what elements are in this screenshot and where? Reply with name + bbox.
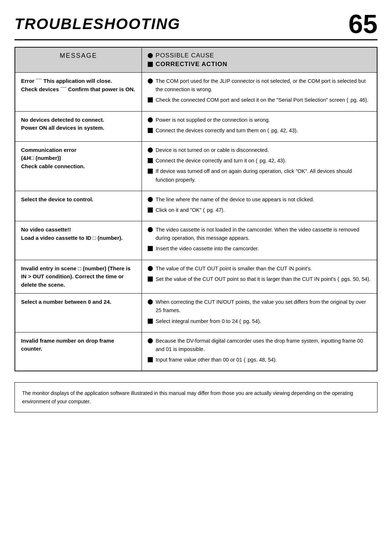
cause-action-column-header: POSSIBLE CAUSE CORRECTIVE ACTION <box>142 47 377 73</box>
action-item: The value of the CUT OUT point is smalle… <box>148 265 371 273</box>
page-title: TROUBLESHOOTING <box>15 15 180 33</box>
action-cell: The line where the name of the device to… <box>142 191 377 221</box>
action-item: When correcting the CUT IN/OUT points, t… <box>148 298 371 315</box>
square-bullet-icon <box>148 158 153 163</box>
square-bullet-icon <box>148 319 153 324</box>
message-cell: No devices detected to connect.Power ON … <box>15 111 142 141</box>
circle-bullet-icon <box>148 78 153 84</box>
action-cell: Device is not turned on or cable is disc… <box>142 141 377 191</box>
action-cell: The video cassette is not loaded in the … <box>142 221 377 260</box>
circle-bullet-icon <box>148 299 153 304</box>
message-cell: Invalid entry in scene □ (number) (There… <box>15 260 142 294</box>
action-text: Because the DV-format digital camcorder … <box>156 337 371 354</box>
action-item: The COM port used for the JLIP connector… <box>148 77 371 94</box>
possible-cause-label: POSSIBLE CAUSE <box>148 52 371 59</box>
action-item: Because the DV-format digital camcorder … <box>148 337 371 354</box>
circle-bullet-icon <box>148 227 153 232</box>
action-text: The value of the CUT OUT point is smalle… <box>156 265 371 273</box>
action-item: Check the connected COM port and select … <box>148 96 371 104</box>
square-bullet-icon <box>148 169 153 174</box>
action-item: Power is not supplied or the connection … <box>148 116 371 124</box>
action-item: Set the value of the CUT OUT point so th… <box>148 275 371 283</box>
square-bullet-icon <box>148 62 153 67</box>
square-bullet-icon <box>148 207 153 213</box>
circle-bullet-icon <box>148 266 153 271</box>
page-number: 65 <box>348 11 377 37</box>
circle-bullet-icon <box>148 197 153 202</box>
action-text: Check the connected COM port and select … <box>156 96 371 104</box>
table-row: Invalid frame number on drop frame count… <box>15 332 377 371</box>
action-cell: Because the DV-format digital camcorder … <box>142 332 377 371</box>
action-item: Device is not turned on or cable is disc… <box>148 146 371 154</box>
table-header-row: MESSAGE POSSIBLE CAUSE CORRECTIVE ACTION <box>15 47 377 73</box>
square-bullet-icon <box>148 277 153 282</box>
message-cell: Error ¯¯ This application will close.Che… <box>15 73 142 112</box>
footer-note: The monitor displays of the application … <box>15 382 377 412</box>
message-column-header: MESSAGE <box>15 47 142 73</box>
square-bullet-icon <box>148 128 153 133</box>
action-item: Input frame value other than 00 or 01 ( … <box>148 356 371 364</box>
message-cell: No video cassette!!Load a video cassette… <box>15 221 142 260</box>
action-cell: The COM port used for the JLIP connector… <box>142 73 377 112</box>
action-item: Insert the video cassette into the camco… <box>148 245 371 253</box>
action-item: Connect the devices correctly and turn t… <box>148 126 371 135</box>
action-text: The video cassette is not loaded in the … <box>156 226 371 242</box>
action-text: Power is not supplied or the connection … <box>156 116 371 124</box>
action-text: Select integral number from 0 to 24 ( pg… <box>156 317 371 326</box>
square-bullet-icon <box>148 357 153 362</box>
table-row: Select a number between 0 and 24.When co… <box>15 294 377 332</box>
circle-bullet-icon <box>148 117 153 122</box>
message-cell: Select a number between 0 and 24. <box>15 294 142 332</box>
square-bullet-icon <box>148 246 153 251</box>
circle-bullet-icon <box>148 53 153 58</box>
action-item: Select integral number from 0 to 24 ( pg… <box>148 317 371 326</box>
message-cell: Select the device to control. <box>15 191 142 221</box>
action-text: Connect the devices correctly and turn t… <box>156 126 371 135</box>
action-cell: Power is not supplied or the connection … <box>142 111 377 141</box>
message-cell: Invalid frame number on drop frame count… <box>15 332 142 371</box>
message-cell: Communication error(&H□ (number))Check c… <box>15 141 142 191</box>
table-row: No video cassette!!Load a video cassette… <box>15 221 377 260</box>
action-text: Insert the video cassette into the camco… <box>156 245 371 253</box>
circle-bullet-icon <box>148 148 153 153</box>
action-item: Click on it and "OK" ( pg. 47). <box>148 206 371 214</box>
page-header: TROUBLESHOOTING 65 <box>15 11 377 40</box>
action-item: If device was turned off and on again du… <box>148 167 371 184</box>
table-row: Select the device to control.The line wh… <box>15 191 377 221</box>
table-row: No devices detected to connect.Power ON … <box>15 111 377 141</box>
action-text: The line where the name of the device to… <box>156 195 371 204</box>
action-cell: The value of the CUT OUT point is smalle… <box>142 260 377 294</box>
table-row: Error ¯¯ This application will close.Che… <box>15 73 377 112</box>
action-text: Click on it and "OK" ( pg. 47). <box>156 206 371 214</box>
table-row: Invalid entry in scene □ (number) (There… <box>15 260 377 294</box>
action-item: The line where the name of the device to… <box>148 195 371 204</box>
action-text: Device is not turned on or cable is disc… <box>156 146 371 154</box>
troubleshooting-table: MESSAGE POSSIBLE CAUSE CORRECTIVE ACTION… <box>15 47 377 371</box>
action-text: The COM port used for the JLIP connector… <box>156 77 371 94</box>
square-bullet-icon <box>148 97 153 102</box>
action-text: When correcting the CUT IN/OUT points, t… <box>156 298 371 315</box>
action-text: Connect the device correctly and turn it… <box>156 157 371 165</box>
corrective-action-label: CORRECTIVE ACTION <box>148 61 371 68</box>
circle-bullet-icon <box>148 338 153 343</box>
action-text: If device was turned off and on again du… <box>156 167 371 184</box>
action-item: Connect the device correctly and turn it… <box>148 157 371 165</box>
table-row: Communication error(&H□ (number))Check c… <box>15 141 377 191</box>
action-item: The video cassette is not loaded in the … <box>148 226 371 242</box>
action-text: Set the value of the CUT OUT point so th… <box>156 275 371 283</box>
action-text: Input frame value other than 00 or 01 ( … <box>156 356 371 364</box>
action-cell: When correcting the CUT IN/OUT points, t… <box>142 294 377 332</box>
